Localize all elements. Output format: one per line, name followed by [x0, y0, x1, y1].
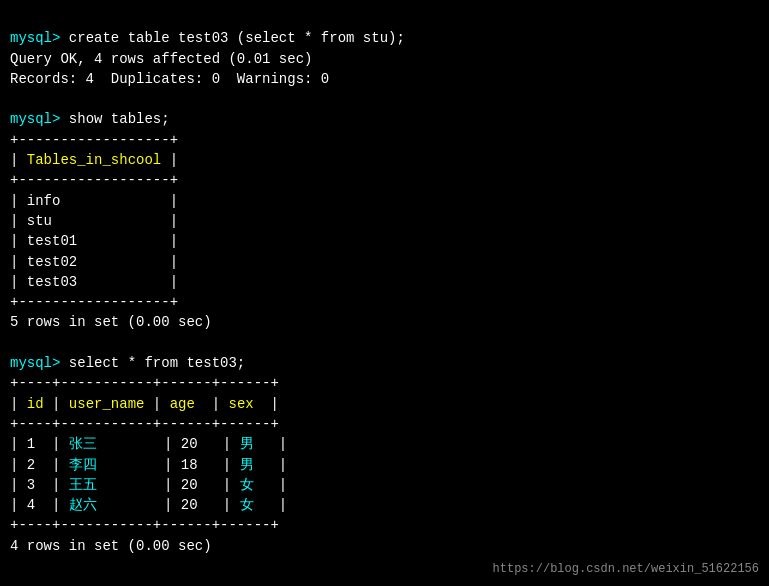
line-2: Query OK, 4 rows affected (0.01 sec)	[10, 51, 312, 67]
line-6: +------------------+	[10, 132, 178, 148]
terminal-output: mysql> create table test03 (select * fro…	[10, 8, 759, 556]
line-13: | test03 |	[10, 274, 178, 290]
watermark: https://blog.csdn.net/weixin_51622156	[493, 561, 759, 578]
line-8: +------------------+	[10, 172, 178, 188]
line-20: +----+-----------+------+------+	[10, 416, 279, 432]
data-row-1: | 1 | 张三 | 20 | 男 |	[10, 436, 287, 452]
data-row-4: | 4 | 赵六 | 20 | 女 |	[10, 497, 287, 513]
line-26: 4 rows in set (0.00 sec)	[10, 538, 212, 554]
line-1: mysql> create table test03 (select * fro…	[10, 30, 405, 46]
line-19: | id | user_name | age | sex |	[10, 396, 279, 412]
line-14: +------------------+	[10, 294, 178, 310]
line-7: | Tables_in_shcool |	[10, 152, 178, 168]
line-3: Records: 4 Duplicates: 0 Warnings: 0	[10, 71, 329, 87]
data-row-2: | 2 | 李四 | 18 | 男 |	[10, 457, 287, 473]
line-12: | test02 |	[10, 254, 178, 270]
line-15: 5 rows in set (0.00 sec)	[10, 314, 212, 330]
line-9: | info |	[10, 193, 178, 209]
line-17: mysql> select * from test03;	[10, 355, 245, 371]
line-18: +----+-----------+------+------+	[10, 375, 279, 391]
data-row-3: | 3 | 王五 | 20 | 女 |	[10, 477, 287, 493]
line-25: +----+-----------+------+------+	[10, 517, 279, 533]
line-5: mysql> show tables;	[10, 111, 170, 127]
line-11: | test01 |	[10, 233, 178, 249]
line-10: | stu |	[10, 213, 178, 229]
